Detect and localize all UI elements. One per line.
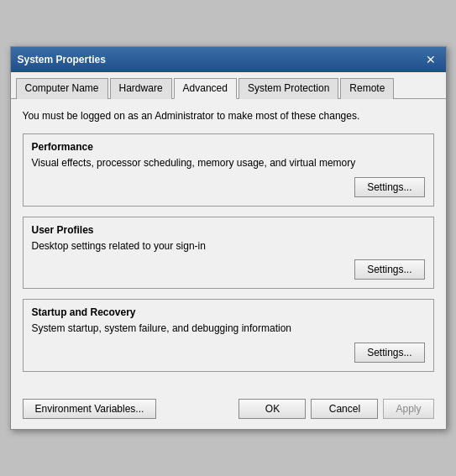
startup-recovery-footer: Settings... — [32, 343, 425, 363]
startup-recovery-title: Startup and Recovery — [32, 306, 425, 318]
title-bar: System Properties ✕ — [11, 47, 446, 72]
bottom-bar: Environment Variables... OK Cancel Apply — [11, 392, 446, 429]
user-profiles-desc: Desktop settings related to your sign-in — [32, 239, 425, 254]
cancel-button[interactable]: Cancel — [311, 399, 378, 419]
performance-settings-button[interactable]: Settings... — [354, 177, 424, 197]
startup-recovery-desc: System startup, system failure, and debu… — [32, 322, 425, 336]
window-title: System Properties — [18, 54, 106, 65]
tab-remote[interactable]: Remote — [340, 78, 394, 99]
tab-advanced[interactable]: Advanced — [174, 78, 237, 99]
startup-recovery-section: Startup and Recovery System startup, sys… — [23, 299, 434, 372]
tab-bar: Computer Name Hardware Advanced System P… — [11, 72, 446, 99]
close-button[interactable]: ✕ — [422, 51, 439, 68]
performance-title: Performance — [32, 141, 425, 153]
performance-section: Performance Visual effects, processor sc… — [23, 133, 434, 207]
tab-content: You must be logged on as an Administrato… — [11, 99, 446, 392]
performance-desc: Visual effects, processor scheduling, me… — [32, 156, 425, 170]
system-properties-window: System Properties ✕ Computer Name Hardwa… — [10, 46, 447, 430]
tab-hardware[interactable]: Hardware — [110, 78, 172, 99]
user-profiles-section: User Profiles Desktop settings related t… — [23, 217, 434, 290]
user-profiles-footer: Settings... — [32, 259, 425, 280]
user-profiles-title: User Profiles — [32, 224, 425, 236]
startup-recovery-settings-button[interactable]: Settings... — [354, 343, 424, 363]
admin-notice: You must be logged on as an Administrato… — [23, 109, 434, 123]
performance-footer: Settings... — [32, 177, 425, 197]
tab-computer-name[interactable]: Computer Name — [16, 78, 108, 99]
user-profiles-settings-button[interactable]: Settings... — [354, 259, 424, 280]
tab-system-protection[interactable]: System Protection — [238, 78, 338, 99]
ok-button[interactable]: OK — [238, 399, 306, 419]
apply-button[interactable]: Apply — [383, 399, 433, 419]
dialog-buttons: OK Cancel Apply — [238, 399, 433, 419]
environment-variables-button[interactable]: Environment Variables... — [23, 399, 157, 419]
